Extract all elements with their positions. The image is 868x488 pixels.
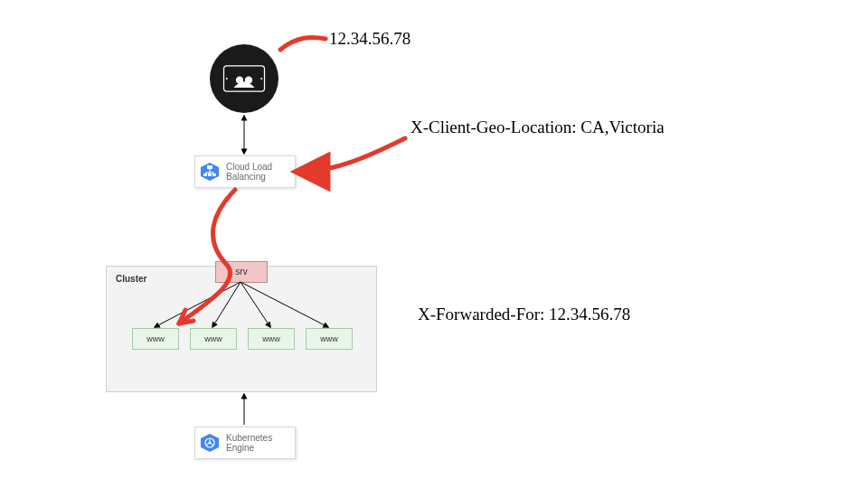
- service-cloud-load-balancing: Cloud Load Balancing: [194, 155, 296, 188]
- svg-rect-11: [212, 174, 216, 176]
- svg-rect-9: [203, 174, 207, 176]
- service-kubernetes-engine: Kubernetes Engine: [194, 427, 296, 459]
- load-balancer-icon: [199, 161, 221, 183]
- annotation-client-ip: 12.34.56.78: [329, 29, 410, 49]
- lb-label-line2: Balancing: [226, 172, 266, 182]
- pod-box: www: [190, 328, 237, 350]
- kubernetes-icon: [199, 432, 221, 454]
- cluster-label: Cluster: [116, 274, 146, 284]
- service-box-srv: srv: [215, 261, 268, 283]
- svg-point-3: [226, 78, 228, 80]
- pod-box: www: [132, 328, 179, 350]
- svg-rect-10: [208, 174, 212, 176]
- pod-box: www: [306, 328, 353, 350]
- connectors-overlay: [0, 0, 868, 488]
- k8s-label-line2: Engine: [226, 443, 254, 453]
- annotation-geo-header: X-Client-Geo-Location: CA,Victoria: [410, 117, 665, 137]
- svg-rect-6: [207, 165, 212, 169]
- k8s-label-line1: Kubernetes: [226, 433, 272, 443]
- annotation-xff-header: X-Forwarded-For: 12.34.56.78: [418, 305, 630, 324]
- svg-point-4: [260, 78, 262, 80]
- lb-label-line1: Cloud Load: [226, 162, 272, 172]
- client-device-icon: [210, 44, 278, 113]
- pod-box: www: [248, 328, 295, 350]
